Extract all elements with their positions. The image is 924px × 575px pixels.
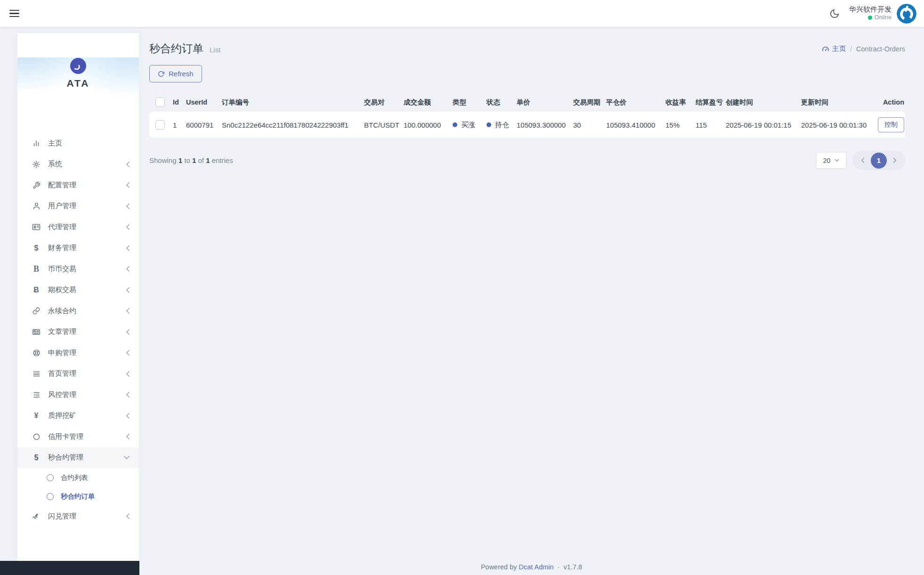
sidebar-item-subscription[interactable]: 申购管理	[17, 342, 139, 364]
cell-price: 105093.300000	[515, 121, 571, 129]
sidebar-item-flash-exchange[interactable]: 闪兑管理	[17, 506, 139, 527]
sidebar-item-label: 秒合约管理	[48, 453, 123, 462]
dollar-icon: $	[30, 244, 42, 252]
sidebar-subitem-label: 秒合约订单	[61, 492, 95, 501]
column-header-type: 类型	[451, 98, 485, 107]
column-header-amount: 成交金额	[402, 98, 451, 107]
page-1-button[interactable]: 1	[871, 153, 887, 169]
row-checkbox[interactable]	[155, 120, 165, 130]
cell-type-badge: 买涨	[451, 121, 485, 130]
column-header-price: 单价	[515, 98, 571, 107]
id-card-icon	[30, 223, 42, 231]
type-dot-icon	[453, 122, 457, 127]
sidebar-item-articles[interactable]: 文章管理	[17, 322, 139, 343]
sidebar-item-label: 财务管理	[48, 243, 126, 252]
column-header-settle-pl: 结算盈亏	[694, 98, 724, 107]
cell-pair: BTC/USDT	[362, 121, 402, 129]
column-header-pair: 交易对	[362, 98, 402, 107]
footer-version: v1.7.8	[564, 563, 583, 571]
chevron-left-icon	[861, 157, 865, 163]
cell-status-badge: 持仓	[485, 121, 515, 130]
sidebar-item-label: 闪兑管理	[48, 512, 126, 521]
page-subtitle: List	[210, 46, 220, 54]
signature-icon	[30, 512, 42, 520]
sidebar-subitem-contract-list[interactable]: 合约列表	[17, 468, 139, 487]
select-all-checkbox[interactable]	[155, 97, 165, 107]
sidebar-subitem-label: 合约列表	[61, 473, 88, 482]
sidebar-item-config[interactable]: 配置管理	[17, 175, 139, 196]
life-ring-icon	[30, 349, 42, 357]
sidebar-item-homepage[interactable]: 首页管理	[17, 364, 139, 385]
sidebar-item-second-contract[interactable]: 5 秒合约管理	[17, 447, 139, 469]
newspaper-icon	[30, 328, 42, 336]
circle-o-icon	[47, 474, 54, 481]
page-footer: Powered by Dcat Admin · v1.7.8	[139, 563, 924, 571]
sidebar-item-label: 风控管理	[48, 390, 126, 399]
chart-bar-icon	[30, 139, 42, 147]
breadcrumb: 主页 / Contract-Orders	[822, 44, 905, 53]
sidebar-item-label: 代理管理	[48, 223, 126, 232]
sidebar-item-spot-trade[interactable]: B 币币交易	[17, 259, 139, 280]
table-header-row: Id UserId 订单编号 交易对 成交金额 类型 状态 单价 交易周期 平仓…	[149, 93, 905, 112]
sidebar-item-label: 申购管理	[48, 348, 126, 357]
sidebar-menu: 主页 系统 配置管理 用户管理	[17, 133, 139, 527]
main-content: 秒合约订单 List 主页 / Contract-Orders Refresh …	[139, 27, 924, 575]
breadcrumb-home-link[interactable]: 主页	[822, 44, 846, 53]
letter-b-icon: B	[30, 265, 42, 273]
next-page-button[interactable]	[889, 157, 901, 163]
brand-logo-icon	[70, 57, 87, 74]
sidebar-item-label: 主页	[48, 139, 130, 148]
prev-page-button[interactable]	[857, 157, 869, 163]
sidebar-subitem-contract-orders[interactable]: 秒合约订单	[17, 487, 139, 506]
brand-name: ATA	[17, 78, 139, 89]
column-header-updated: 更新时间	[799, 98, 878, 107]
sidebar-item-users[interactable]: 用户管理	[17, 196, 139, 217]
cell-updated-at: 2025-06-19 00:01:30	[799, 121, 878, 129]
sidebar-item-label: 文章管理	[48, 327, 126, 336]
dark-mode-toggle[interactable]	[829, 8, 840, 19]
online-status-label: Online	[875, 14, 892, 22]
sidebar-item-risk-control[interactable]: 风控管理	[17, 384, 139, 405]
column-header-id: Id	[171, 98, 184, 106]
column-header-status: 状态	[485, 98, 515, 107]
avatar[interactable]	[897, 4, 916, 24]
column-header-period: 交易周期	[571, 98, 604, 107]
sidebar-item-credit-card[interactable]: 信用卡管理	[17, 426, 139, 447]
page-title: 秒合约订单	[149, 41, 203, 56]
sidebar-item-label: 质押挖矿	[48, 411, 126, 420]
column-header-action: Action	[881, 98, 905, 106]
sidebar-item-label: 用户管理	[48, 202, 126, 211]
sidebar-item-staking[interactable]: ¥ 质押挖矿	[17, 405, 139, 427]
chevron-right-icon	[893, 157, 897, 163]
sidebar-item-label: 配置管理	[48, 181, 126, 190]
sidebar-item-agents[interactable]: 代理管理	[17, 217, 139, 238]
gear-icon	[30, 160, 42, 169]
sidebar-dark-footer	[0, 561, 139, 575]
footer-separator: ·	[556, 563, 562, 571]
refresh-button[interactable]: Refresh	[149, 65, 202, 82]
breadcrumb-separator: /	[850, 45, 852, 53]
sidebar-item-perpetual[interactable]: 永续合约	[17, 300, 139, 322]
cell-userid: 6000791	[184, 121, 220, 129]
sidebar-toggle-button[interactable]	[9, 8, 21, 19]
moon-icon	[829, 8, 840, 19]
page-size-select[interactable]: 20	[817, 153, 846, 168]
sidebar-item-finance[interactable]: $ 财务管理	[17, 238, 139, 259]
chevron-left-icon	[126, 161, 130, 168]
user-menu[interactable]: 华兴软件开发 Online	[849, 4, 916, 24]
sidebar-item-label: 永续合约	[48, 307, 126, 316]
cell-order-no: Sn0c2122e64cc211f08178024222903ff1	[220, 121, 362, 129]
wrench-icon	[30, 181, 42, 189]
refresh-icon	[158, 71, 164, 77]
cell-profit-rate: 15%	[664, 121, 694, 129]
dcat-admin-link[interactable]: Dcat Admin	[519, 563, 554, 571]
chevron-left-icon	[126, 245, 130, 251]
control-button[interactable]: 控制	[878, 117, 904, 132]
chevron-left-icon	[126, 308, 130, 314]
sidebar-item-system[interactable]: 系统	[17, 154, 139, 175]
sidebar-item-options-trade[interactable]: Ƀ 期权交易	[17, 280, 139, 301]
chevron-left-icon	[126, 224, 130, 230]
top-navbar: 华兴软件开发 Online	[0, 0, 924, 27]
sidebar-item-home[interactable]: 主页	[17, 133, 139, 154]
chevron-down-icon	[123, 455, 130, 460]
